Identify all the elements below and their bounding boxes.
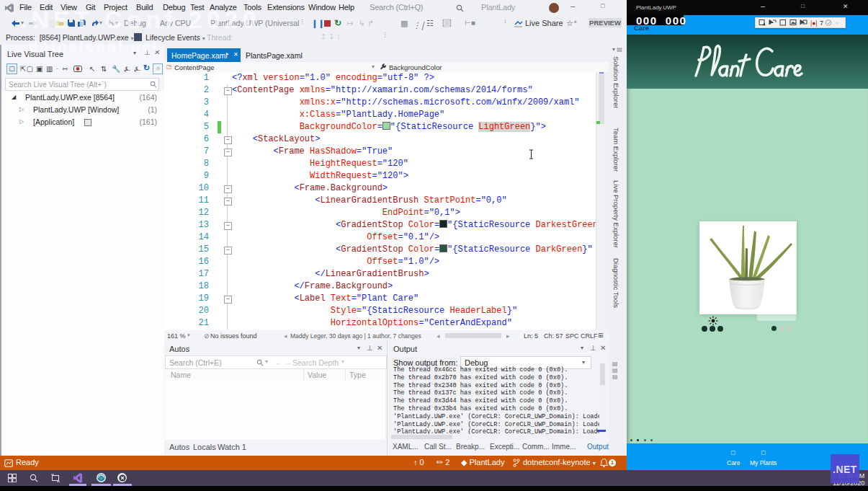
svg-text:7: 7 [820,19,823,27]
svg-text:|●|: |●| [810,19,818,27]
